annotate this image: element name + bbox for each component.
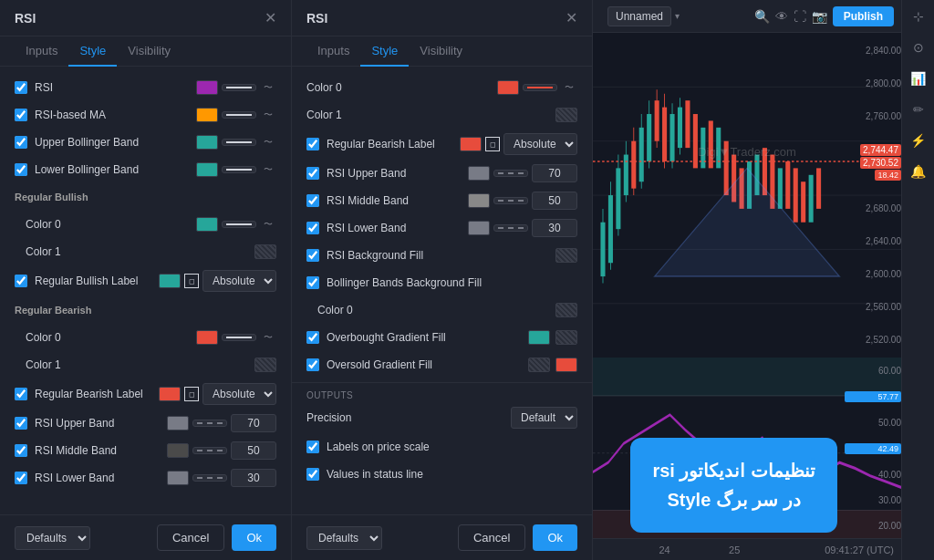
right-color0-wavy[interactable]: 〜: [561, 79, 577, 96]
left-rsi-mid-line[interactable]: [192, 447, 227, 454]
rberl-dropdown[interactable]: Absolute: [202, 383, 276, 405]
tab-style-right[interactable]: Style: [360, 36, 409, 67]
rbl-color-swatch[interactable]: [159, 274, 181, 288]
left-rsi-lower-swatch[interactable]: [167, 471, 189, 485]
rberl-color-swatch[interactable]: [159, 387, 181, 401]
bearish-color1-swatch[interactable]: [254, 358, 276, 372]
bullish-color0-swatch[interactable]: [196, 217, 218, 232]
bearish-color0-swatch[interactable]: [196, 330, 218, 345]
right-color0-swatch[interactable]: [497, 80, 519, 95]
left-rsi-upper-input[interactable]: [231, 414, 276, 432]
tab-inputs-left[interactable]: Inputs: [15, 36, 68, 67]
left-rsi-mid-input[interactable]: [231, 441, 276, 460]
rbl-shape-icon[interactable]: ◻: [184, 274, 199, 288]
left-rsi-lower-input[interactable]: [231, 469, 276, 487]
rbl-dropdown[interactable]: Absolute: [202, 270, 276, 292]
camera-icon[interactable]: 📷: [812, 9, 827, 24]
rsi-ma-checkbox[interactable]: [15, 109, 27, 121]
right-bearish-label-checkbox[interactable]: [306, 138, 319, 150]
toolbar-cursor-icon[interactable]: ⊹: [909, 7, 928, 26]
left-rsi-lower-line[interactable]: [192, 474, 227, 482]
tab-style-left[interactable]: Style: [68, 36, 117, 67]
tab-visibility-left[interactable]: Visibility: [117, 36, 182, 67]
rsi-line-style[interactable]: [222, 84, 256, 91]
upper-bb-checkbox[interactable]: [15, 136, 27, 149]
left-rsi-upper-checkbox[interactable]: [15, 417, 27, 430]
right-color0-line[interactable]: [523, 84, 557, 91]
right-rsi-lower-line[interactable]: [493, 224, 528, 232]
right-rsi-mid-input[interactable]: [532, 192, 577, 210]
lower-bb-line-style[interactable]: [222, 166, 256, 173]
rsi-ma-wavy[interactable]: 〜: [260, 107, 276, 123]
precision-select[interactable]: Default: [511, 407, 577, 429]
right-overbought-checkbox[interactable]: [306, 331, 319, 344]
bullish-color0-wavy[interactable]: 〜: [260, 216, 276, 233]
bearish-color0-line[interactable]: [222, 334, 256, 341]
bullish-color1-swatch[interactable]: [254, 244, 276, 259]
right-rsi-upper-checkbox[interactable]: [306, 167, 319, 180]
eye-icon[interactable]: 👁: [775, 9, 788, 24]
rsi-ma-color-swatch[interactable]: [196, 108, 218, 122]
left-close-button[interactable]: ✕: [265, 9, 276, 26]
regular-bullish-label-checkbox[interactable]: [15, 275, 27, 287]
rsi-ma-line-style[interactable]: [222, 111, 256, 119]
right-rsi-bg-checkbox[interactable]: [306, 249, 319, 262]
left-cancel-button[interactable]: Cancel: [157, 524, 224, 551]
right-color1-swatch[interactable]: [555, 108, 577, 122]
labels-price-checkbox[interactable]: [306, 441, 319, 453]
right-rsi-upper-line[interactable]: [493, 170, 528, 177]
rsi-color-swatch[interactable]: [196, 80, 218, 95]
right-rsi-mid-swatch[interactable]: [468, 193, 490, 208]
unnamed-chevron[interactable]: ▾: [675, 11, 680, 21]
lower-bb-color-swatch[interactable]: [196, 162, 218, 177]
search-icon[interactable]: 🔍: [754, 9, 770, 24]
toolbar-magnet-icon[interactable]: ⚡: [909, 131, 928, 150]
right-rsi-bg-swatch[interactable]: [555, 248, 577, 263]
right-rsi-mid-checkbox[interactable]: [306, 194, 319, 207]
unnamed-label[interactable]: Unnamed: [607, 6, 671, 26]
right-rsi-lower-swatch[interactable]: [468, 221, 490, 235]
right-bb-bg-checkbox[interactable]: [306, 276, 319, 289]
right-rsi-mid-line[interactable]: [493, 197, 528, 204]
right-bb-color0-swatch[interactable]: [555, 303, 577, 317]
right-rsi-upper-swatch[interactable]: [468, 166, 490, 181]
right-oversold-swatch[interactable]: [555, 358, 577, 372]
left-ok-button[interactable]: Ok: [232, 524, 276, 551]
toolbar-pencil-icon[interactable]: ✏: [909, 100, 928, 119]
right-rsi-lower-input[interactable]: [532, 219, 577, 237]
right-overbought-swatch[interactable]: [528, 330, 550, 345]
left-rsi-mid-checkbox[interactable]: [15, 444, 27, 457]
upper-bb-wavy[interactable]: 〜: [260, 134, 276, 150]
upper-bb-line-style[interactable]: [222, 139, 256, 146]
values-status-checkbox[interactable]: [306, 468, 319, 481]
lower-bb-checkbox[interactable]: [15, 163, 27, 176]
right-rbl-dropdown[interactable]: Absolute: [503, 133, 577, 155]
left-rsi-upper-swatch[interactable]: [167, 416, 189, 430]
right-cancel-button[interactable]: Cancel: [458, 524, 525, 551]
right-rbl-swatch[interactable]: [460, 137, 482, 151]
bearish-color0-wavy[interactable]: 〜: [260, 329, 276, 346]
right-overbought-pattern[interactable]: [555, 330, 577, 345]
right-rsi-lower-checkbox[interactable]: [306, 222, 319, 234]
right-ok-button[interactable]: Ok: [533, 524, 577, 551]
toolbar-chart-icon[interactable]: 📊: [909, 69, 928, 88]
lower-bb-wavy[interactable]: 〜: [260, 161, 276, 178]
regular-bearish-label-checkbox[interactable]: [15, 388, 27, 400]
toolbar-clock-icon[interactable]: ⊙: [909, 38, 928, 57]
left-rsi-lower-checkbox[interactable]: [15, 472, 27, 484]
left-rsi-mid-swatch[interactable]: [167, 443, 189, 458]
left-defaults-select[interactable]: Defaults: [15, 526, 90, 550]
fullscreen-icon[interactable]: ⛶: [794, 9, 806, 24]
right-rsi-upper-input[interactable]: [532, 164, 577, 182]
right-oversold-checkbox[interactable]: [306, 358, 319, 371]
bullish-color0-line[interactable]: [222, 221, 256, 228]
right-rbl-shape[interactable]: ◻: [485, 137, 500, 151]
right-close-button[interactable]: ✕: [566, 9, 577, 26]
upper-bb-color-swatch[interactable]: [196, 135, 218, 150]
publish-button[interactable]: Publish: [833, 6, 894, 26]
right-defaults-select[interactable]: Defaults: [306, 526, 382, 550]
toolbar-alert-icon[interactable]: 🔔: [909, 162, 928, 181]
right-oversold-pattern[interactable]: [528, 358, 550, 372]
rsi-checkbox[interactable]: [15, 81, 27, 94]
tab-visibility-right[interactable]: Visibility: [409, 36, 473, 67]
